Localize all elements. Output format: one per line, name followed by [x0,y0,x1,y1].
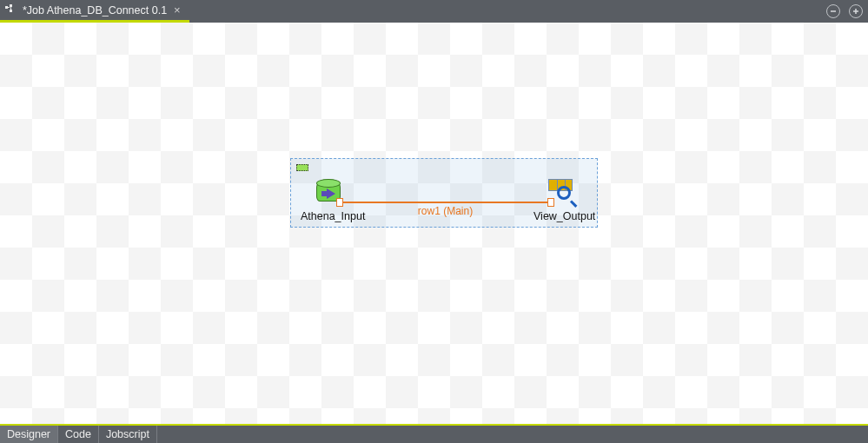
close-icon[interactable]: × [172,3,182,17]
design-canvas[interactable]: Athena_Input row1 (Main) View_Output [0,23,868,424]
editor-header-controls [826,0,863,23]
tab-code[interactable]: Code [58,426,99,443]
editor-tab-active[interactable]: *Job Athena_DB_Connect 0.1 × [0,0,189,23]
editor-footer-tabs: Designer Code Jobscript [0,424,868,443]
editor-tab-title: *Job Athena_DB_Connect 0.1 [23,4,167,17]
tab-designer[interactable]: Designer [0,426,58,443]
table-view-icon [548,179,581,208]
svg-rect-1 [10,4,12,7]
job-icon [5,4,17,17]
connection-label: row1 (Main) [343,205,547,217]
connection-line [343,202,547,203]
component-label: View_Output [533,210,595,222]
component-view-output[interactable]: View_Output [533,179,595,222]
connection-port-start[interactable] [336,198,343,207]
svg-rect-2 [10,10,12,12]
selection-handle[interactable] [296,164,308,171]
maximize-button[interactable] [849,4,863,18]
minimize-button[interactable] [826,4,840,18]
connection-row1[interactable]: row1 (Main) [343,196,547,208]
tab-jobscript[interactable]: Jobscript [99,426,157,443]
editor-tab-bar: *Job Athena_DB_Connect 0.1 × [0,0,868,23]
svg-rect-0 [5,6,8,9]
